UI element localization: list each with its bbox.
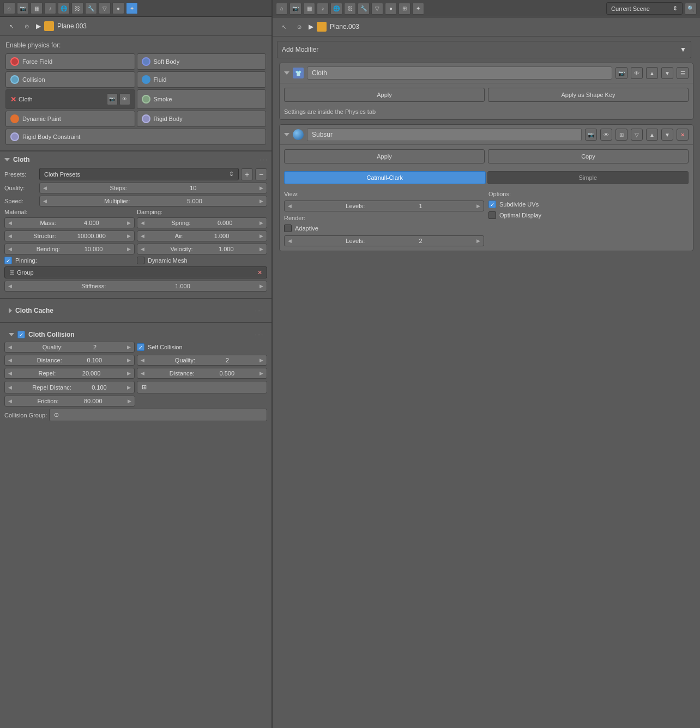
cloth-section-header[interactable]: Cloth · · · xyxy=(4,156,267,163)
cloth-eye-ctrl[interactable]: 👁 xyxy=(631,67,643,79)
subdivide-uvs-checkbox[interactable]: ✓ xyxy=(488,201,496,208)
dynamic-paint-btn[interactable]: Dynamic Paint xyxy=(5,111,135,127)
collision-group-btn[interactable]: ⊙ xyxy=(49,409,267,421)
repel-field[interactable]: ◀ Repel: 20.000 ▶ xyxy=(4,368,135,379)
cloth-up-ctrl[interactable]: ▲ xyxy=(646,67,658,79)
collision-quality-field[interactable]: ◀ Quality: 2 ▶ xyxy=(4,342,135,353)
subsurf-up-ctrl[interactable]: ▲ xyxy=(646,129,658,141)
subsurf-render-ctrl[interactable]: ⊞ xyxy=(615,129,627,141)
sc-distance-field[interactable]: ◀ Distance: 0.500 ▶ xyxy=(137,368,267,379)
toolbar-icon-wrench[interactable]: 🔧 xyxy=(85,2,97,14)
right-toolbar-sphere[interactable]: ● xyxy=(385,3,397,15)
rigid-body-constraint-btn[interactable]: Rigid Body Constraint xyxy=(5,129,266,145)
repel-distanc-field[interactable]: ◀ Repel Distanc: 0.100 ▶ xyxy=(4,381,135,393)
air-field[interactable]: ◀ Air: 1.000 ▶ xyxy=(137,230,267,241)
velocity-field[interactable]: ◀ Velocity: 1.000 ▶ xyxy=(137,244,267,254)
adaptive-wrap[interactable]: Adaptive xyxy=(284,225,484,232)
toolbar-icon-globe[interactable]: 🌐 xyxy=(58,2,70,14)
view-levels-field[interactable]: ◀ Levels: 1 ▶ xyxy=(284,201,484,211)
cloth-eye-icon[interactable]: 👁 xyxy=(119,93,130,105)
force-field-btn[interactable]: Force Field xyxy=(5,53,135,70)
toolbar-icon-chain[interactable]: ⛓ xyxy=(71,2,83,14)
right-toolbar-globe[interactable]: 🌐 xyxy=(330,3,342,15)
subsurf-eye-ctrl[interactable]: 👁 xyxy=(600,129,612,141)
sc-group-btn[interactable]: ⊞ xyxy=(137,381,267,393)
multiplier-field[interactable]: ◀ Multiplier: 5.000 ▶ xyxy=(39,196,267,207)
collision-btn[interactable]: Collision xyxy=(5,71,135,88)
pinning-checkbox[interactable]: ✓ xyxy=(4,257,12,264)
dynmesh-checkbox-wrap[interactable]: Dynamic Mesh xyxy=(137,257,267,264)
right-toolbar-chain[interactable]: ⛓ xyxy=(344,3,356,15)
collision-distance-field[interactable]: ◀ Distance: 0.100 ▶ xyxy=(4,355,135,366)
cloth-camera-icon[interactable]: 📷 xyxy=(107,93,118,105)
optimal-display-checkbox[interactable] xyxy=(488,211,496,219)
simple-tab[interactable]: Simple xyxy=(487,171,689,184)
scene-selector[interactable]: Current Scene ⇕ xyxy=(606,2,683,15)
toolbar-icon-funnel[interactable]: ▽ xyxy=(99,2,111,14)
cloth-btn[interactable]: ✕ Cloth 📷 👁 xyxy=(5,89,135,109)
self-collision-checkbox[interactable]: ✓ xyxy=(137,343,144,351)
render-levels-field[interactable]: ◀ Levels: 2 ▶ xyxy=(284,235,484,246)
fluid-btn[interactable]: Fluid xyxy=(137,71,267,88)
presets-dropdown[interactable]: Cloth Presets ⇕ xyxy=(39,168,239,180)
subdivide-uvs-label: Subdivide UVs xyxy=(499,201,539,208)
self-collision-wrap[interactable]: ✓ Self Collision xyxy=(137,342,267,353)
soft-body-btn[interactable]: Soft Body xyxy=(137,53,267,70)
scene-search-icon[interactable]: 🔍 xyxy=(685,3,697,15)
rigid-body-btn[interactable]: Rigid Body xyxy=(137,111,267,127)
right-toolbar-grid2[interactable]: ⊞ xyxy=(399,3,411,15)
friction-field[interactable]: ◀ Friction: 80.000 ▶ xyxy=(4,396,135,407)
subsurf-down-ctrl[interactable]: ▼ xyxy=(661,129,673,141)
subsurf-camera-ctrl[interactable]: 📷 xyxy=(585,129,597,141)
cloth-mod-name-input[interactable] xyxy=(307,66,612,80)
right-toolbar-funnel[interactable]: ▽ xyxy=(371,3,383,15)
toolbar-icon-sphere[interactable]: ● xyxy=(112,2,124,14)
pinning-checkbox-wrap[interactable]: ✓ Pinning: xyxy=(4,257,135,264)
cloth-apply-shape-key-btn[interactable]: Apply as Shape Key xyxy=(488,88,689,102)
toolbar-icon-grid[interactable]: ▦ xyxy=(31,2,43,14)
optimal-display-wrap[interactable]: Optimal Display xyxy=(488,211,689,219)
steps-field[interactable]: ◀ Steps: 10 ▶ xyxy=(39,183,267,193)
right-toolbar-camera[interactable]: 📷 xyxy=(289,3,301,15)
cloth-menu-ctrl[interactable]: ☰ xyxy=(677,67,689,79)
cloth-camera-ctrl[interactable]: 📷 xyxy=(615,67,627,79)
cloth-collision-header[interactable]: ✓ Cloth Collision · · · xyxy=(4,327,267,342)
subsurf-left-col: View: ◀ Levels: 1 ▶ Render: Adaptive ◀ xyxy=(284,191,484,246)
subsurf-close-ctrl[interactable]: ✕ xyxy=(677,129,689,141)
subsurf-collapse[interactable] xyxy=(284,133,289,136)
right-toolbar-grid[interactable]: ▦ xyxy=(303,3,315,15)
right-toolbar-notes[interactable]: ♪ xyxy=(317,3,329,15)
cloth-apply-btn[interactable]: Apply xyxy=(284,88,485,102)
toolbar-icon-camera[interactable]: 📷 xyxy=(17,2,29,14)
subdivide-uvs-wrap[interactable]: ✓ Subdivide UVs xyxy=(488,201,689,208)
right-toolbar-home[interactable]: ⌂ xyxy=(276,3,288,15)
subsurf-copy-btn[interactable]: Copy xyxy=(488,149,689,163)
right-toolbar-star[interactable]: ✦ xyxy=(412,3,424,15)
add-modifier-btn[interactable]: Add Modifier ▼ xyxy=(277,41,691,58)
catmull-clark-tab[interactable]: Catmull-Clark xyxy=(284,171,486,184)
cloth-cache-header[interactable]: Cloth Cache · · · xyxy=(4,304,267,318)
presets-add-btn[interactable]: + xyxy=(241,168,253,180)
presets-remove-btn[interactable]: − xyxy=(255,168,267,180)
mass-field[interactable]: ◀ Mass: 4.000 ▶ xyxy=(4,217,135,228)
right-toolbar-wrench[interactable]: 🔧 xyxy=(358,3,370,15)
toolbar-icon-home[interactable]: ⌂ xyxy=(3,2,15,14)
dynmesh-checkbox[interactable] xyxy=(137,257,144,264)
bending-field[interactable]: ◀ Bending: 10.000 ▶ xyxy=(4,244,135,254)
group-clear-btn[interactable]: ✕ xyxy=(257,269,262,276)
spring-field[interactable]: ◀ Spring: 0.000 ▶ xyxy=(137,217,267,228)
group-field[interactable]: ⊞ Group ✕ xyxy=(4,266,267,278)
cloth-mod-collapse[interactable] xyxy=(284,71,289,75)
smoke-btn[interactable]: Smoke xyxy=(137,89,267,109)
toolbar-icon-star[interactable]: ✦ xyxy=(126,2,138,14)
collision-enable-checkbox[interactable]: ✓ xyxy=(17,331,25,338)
cloth-down-ctrl[interactable]: ▼ xyxy=(661,67,673,79)
stiffness-field[interactable]: ◀ Stiffness: 1.000 ▶ xyxy=(4,281,267,292)
subsurf-name-input[interactable] xyxy=(307,128,582,141)
subsurf-apply-btn[interactable]: Apply xyxy=(284,149,485,163)
subsurf-funnel-ctrl[interactable]: ▽ xyxy=(631,129,643,141)
structur-field[interactable]: ◀ Structur: 10000.000 ▶ xyxy=(4,230,135,241)
sc-quality-field[interactable]: ◀ Quality: 2 ▶ xyxy=(137,355,267,366)
toolbar-icon-notes[interactable]: ♪ xyxy=(44,2,56,14)
adaptive-checkbox[interactable] xyxy=(284,225,292,232)
